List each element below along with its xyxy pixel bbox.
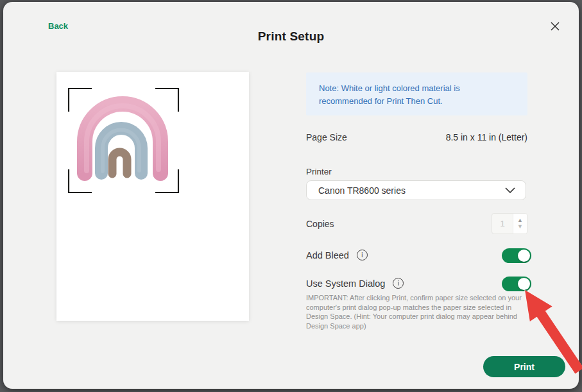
- chevron-down-icon: [505, 187, 515, 193]
- toggle-knob: [518, 278, 530, 290]
- page-size-value: 8.5 in x 11 in (Letter): [446, 132, 527, 142]
- info-icon[interactable]: i: [393, 278, 404, 289]
- important-note-text: IMPORTANT: After clicking Print, confirm…: [306, 293, 524, 330]
- material-note-banner: Note: White or light colored material is…: [306, 72, 527, 115]
- add-bleed-toggle[interactable]: [502, 248, 531, 263]
- close-icon: [549, 21, 561, 32]
- page-size-row: Page Size 8.5 in x 11 in (Letter): [306, 132, 527, 142]
- rainbow-image: [85, 104, 160, 174]
- print-preview-page: [56, 72, 249, 321]
- print-button[interactable]: Print: [483, 356, 565, 377]
- printer-dropdown[interactable]: Canon TR8600 series: [306, 180, 526, 200]
- info-icon[interactable]: i: [357, 250, 368, 260]
- add-bleed-label: Add Bleed: [306, 250, 349, 260]
- stepper-up-icon[interactable]: ▲: [517, 217, 523, 223]
- page-size-label: Page Size: [306, 132, 347, 142]
- use-system-dialog-toggle[interactable]: [502, 277, 531, 291]
- dialog-title: Print Setup: [0, 30, 582, 44]
- close-button[interactable]: [547, 18, 563, 35]
- use-system-dialog-label: Use System Dialog: [306, 278, 385, 289]
- print-preview-artwork: [56, 72, 249, 321]
- copies-stepper[interactable]: 1 ▲ ▼: [492, 213, 527, 234]
- copies-value: 1: [492, 214, 513, 234]
- stepper-down-icon[interactable]: ▼: [517, 224, 523, 230]
- screenshot-stage: Back Print Setup: [0, 0, 582, 392]
- add-bleed-row: Add Bleed i: [306, 250, 368, 260]
- printer-selected-value: Canon TR8600 series: [318, 185, 406, 196]
- copies-arrows: ▲ ▼: [513, 214, 527, 234]
- use-system-dialog-row: Use System Dialog i: [306, 278, 404, 289]
- printer-label: Printer: [306, 167, 332, 176]
- copies-label: Copies: [306, 219, 334, 229]
- material-note-text: Note: White or light colored material is…: [319, 82, 515, 107]
- toggle-knob: [518, 250, 530, 262]
